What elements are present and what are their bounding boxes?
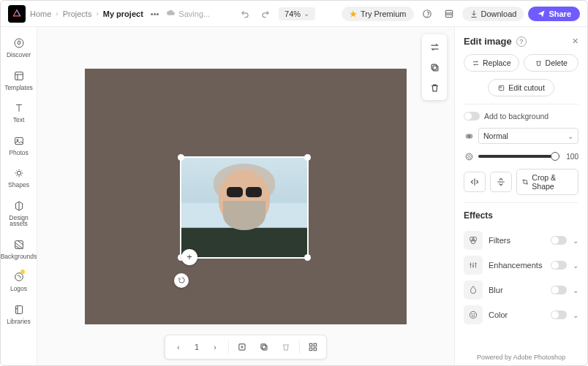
edit-cutout-button[interactable]: Edit cutout xyxy=(488,79,554,96)
zoom-level[interactable]: 74%⌄ xyxy=(279,7,315,20)
svg-point-1 xyxy=(426,16,427,17)
chevron-down-icon: ⌄ xyxy=(568,132,573,140)
svg-point-30 xyxy=(474,313,475,314)
nav-design-assets[interactable]: Design assets xyxy=(2,194,36,232)
svg-rect-4 xyxy=(15,72,23,80)
redo-button[interactable] xyxy=(257,5,274,23)
panel-header: Edit image ? ✕ xyxy=(464,36,578,47)
artboard[interactable]: + xyxy=(85,69,407,324)
svg-point-27 xyxy=(471,240,475,244)
svg-rect-19 xyxy=(314,348,317,351)
color-toggle[interactable] xyxy=(551,310,567,319)
chevron-down-icon: ⌄ xyxy=(573,286,578,294)
rotate-handle[interactable] xyxy=(174,273,189,288)
next-page[interactable]: › xyxy=(206,338,224,356)
breadcrumb-projects[interactable]: Projects xyxy=(63,9,92,18)
powered-by: Powered by Adobe Photoshop xyxy=(464,351,578,361)
add-to-background-label: Add to background xyxy=(484,112,549,121)
help-icon[interactable]: ? xyxy=(516,37,527,47)
nav-logos[interactable]: Logos xyxy=(2,265,36,297)
color-icon xyxy=(464,305,483,324)
svg-rect-2 xyxy=(445,10,452,17)
tip-button[interactable] xyxy=(418,5,436,23)
effect-filters[interactable]: Filters ⌄ xyxy=(464,228,578,253)
canvas-area[interactable]: + ‹ 1 › xyxy=(37,27,454,365)
svg-rect-10 xyxy=(15,305,22,313)
svg-point-31 xyxy=(472,316,472,316)
enhancements-toggle[interactable] xyxy=(551,261,567,270)
nav-text[interactable]: Text xyxy=(2,96,36,128)
effects-title: Effects xyxy=(464,210,578,221)
nav-discover[interactable]: Discover xyxy=(2,31,36,63)
grid-view[interactable] xyxy=(304,338,322,356)
effect-color[interactable]: Color ⌄ xyxy=(464,302,578,327)
nav-shapes[interactable]: Shapes xyxy=(2,161,36,193)
compass-icon xyxy=(12,36,26,50)
opacity-slider[interactable] xyxy=(478,155,559,158)
delete-button[interactable]: Delete xyxy=(524,54,579,72)
effect-blur[interactable]: Blur ⌄ xyxy=(464,278,578,302)
grid-button[interactable] xyxy=(440,5,458,23)
effect-enhancements[interactable]: Enhancements ⌄ xyxy=(464,253,578,278)
page-bar: ‹ 1 › xyxy=(165,335,327,359)
crop-shape-button[interactable]: Crop & Shape xyxy=(516,169,578,195)
add-to-background-row: Add to background xyxy=(464,112,578,121)
download-button[interactable]: Download xyxy=(462,7,524,21)
opacity-icon xyxy=(464,151,474,161)
chevron-down-icon: ⌄ xyxy=(304,9,309,18)
saving-label: Saving... xyxy=(178,9,210,18)
nav-photos[interactable]: Photos xyxy=(2,129,36,161)
try-premium-button[interactable]: Try Premium xyxy=(342,7,414,21)
nav-backgrounds[interactable]: Backgrounds xyxy=(2,233,36,264)
blur-icon xyxy=(464,281,483,300)
more-menu[interactable]: ••• xyxy=(148,9,162,18)
resize-handle-br[interactable] xyxy=(304,254,311,261)
add-to-background-toggle[interactable] xyxy=(464,112,480,121)
nav-templates[interactable]: Templates xyxy=(2,64,36,96)
panel-title: Edit image xyxy=(464,36,512,47)
duplicate-page[interactable] xyxy=(255,338,273,356)
slider-knob[interactable] xyxy=(551,152,559,161)
breadcrumb-current[interactable]: My project xyxy=(103,9,143,18)
opacity-value: 100 xyxy=(564,153,578,161)
share-button[interactable]: Share xyxy=(528,7,580,21)
app-logo[interactable] xyxy=(8,5,26,23)
shapes-icon xyxy=(12,166,26,180)
photo-content xyxy=(181,158,307,257)
resize-handle-tl[interactable] xyxy=(178,154,184,161)
nav-libraries[interactable]: Libraries xyxy=(2,298,36,329)
flip-v-button[interactable] xyxy=(490,172,512,192)
add-handle[interactable]: + xyxy=(181,249,197,265)
prev-page[interactable]: ‹ xyxy=(170,338,187,356)
filters-toggle[interactable] xyxy=(551,236,567,245)
replace-button[interactable]: Replace xyxy=(464,54,519,72)
delete-page[interactable] xyxy=(277,338,295,356)
left-nav: Discover Templates Text Photos Shapes De… xyxy=(1,27,37,365)
templates-icon xyxy=(12,69,26,83)
svg-point-32 xyxy=(474,316,475,316)
resize-handle-tr[interactable] xyxy=(304,154,311,161)
duplicate-button[interactable] xyxy=(425,58,444,77)
svg-point-23 xyxy=(467,134,472,139)
enhancements-icon xyxy=(464,256,483,275)
logos-icon xyxy=(12,270,26,284)
svg-rect-11 xyxy=(433,66,438,71)
topbar: Home › Projects › My project ••• Saving.… xyxy=(1,1,587,27)
canvas-toolbar xyxy=(422,34,447,100)
flip-h-button[interactable] xyxy=(464,172,486,192)
selected-image[interactable]: + xyxy=(180,156,309,259)
blur-toggle[interactable] xyxy=(551,286,567,294)
backgrounds-icon xyxy=(12,237,26,252)
blend-mode-select[interactable]: Normal⌄ xyxy=(478,128,578,144)
page-number: 1 xyxy=(192,343,202,351)
delete-canvas-button[interactable] xyxy=(425,78,444,97)
breadcrumb-home[interactable]: Home xyxy=(30,9,51,18)
undo-button[interactable] xyxy=(236,5,254,23)
add-page[interactable] xyxy=(233,338,251,356)
libraries-icon xyxy=(12,302,26,317)
chevron-right-icon: › xyxy=(56,9,58,18)
close-panel[interactable]: ✕ xyxy=(572,37,578,46)
svg-rect-17 xyxy=(314,343,317,346)
swap-button[interactable] xyxy=(425,37,444,56)
chevron-down-icon: ⌄ xyxy=(573,311,578,319)
